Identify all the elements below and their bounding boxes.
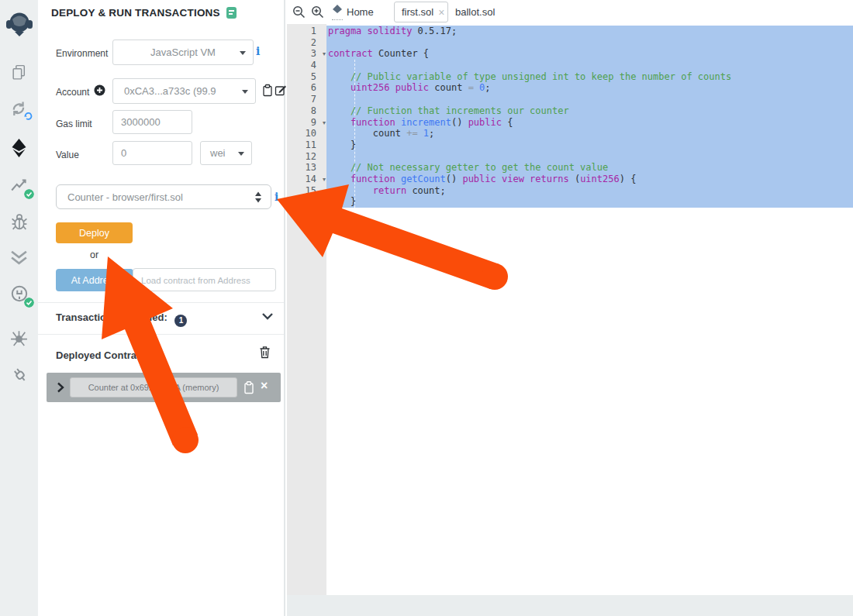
gas-limit-input[interactable] [112,110,192,134]
code-line[interactable]: contract Counter { [328,48,853,60]
tab-home[interactable]: Home [347,6,374,18]
zoom-out-icon[interactable] [292,5,306,19]
panel-title-text: DEPLOY & RUN TRANSACTIONS [51,7,220,19]
code-line[interactable]: // Public variable of type unsigned int … [328,71,853,83]
transactions-collapse-chevron-icon[interactable] [261,311,274,322]
code-line[interactable]: function increment() public { [328,117,853,129]
copy-deployed-address-icon[interactable] [243,380,255,394]
gutter-lines: 123▾456789▾1011121314▾1516 [287,26,326,208]
account-value: 0xCA3...a733c (99.9 [124,85,216,97]
chevron-down-icon [240,51,246,55]
value-unit-select[interactable]: wei [200,141,252,165]
code-line[interactable]: function getCount() public view returns … [328,174,853,185]
code-lines[interactable]: pragma solidity 0.5.17;contract Counter … [328,26,853,208]
contract-select-value: Counter - browser/first.sol [67,191,183,203]
code-line[interactable] [328,37,853,49]
deploy-run-panel: DEPLOY & RUN TRANSACTIONS Environment Ja… [38,0,285,616]
transactions-recorded-row: Transactions recorded: 1 [56,311,187,327]
gas-limit-label: Gas limit [56,119,92,129]
add-account-icon[interactable] [94,84,105,96]
fold-icon[interactable]: ▾ [323,49,326,60]
tab-ballot-sol[interactable]: ballot.sol [455,6,495,18]
line-number: 16 [287,196,326,208]
remove-deployed-icon[interactable]: × [261,379,268,393]
security-spider-icon[interactable] [0,329,38,346]
account-select[interactable]: 0xCA3...a733c (99.9 [112,78,256,104]
expand-contract-chevron-icon[interactable] [57,382,64,393]
connect-plug-icon[interactable] [0,364,38,384]
environment-select[interactable]: JavaScript VM [112,40,254,65]
remix-ide-window: DEPLOY & RUN TRANSACTIONS Environment Ja… [0,0,853,616]
value-input[interactable] [112,141,192,165]
panel-title: DEPLOY & RUN TRANSACTIONS [51,7,237,19]
close-tab-icon[interactable]: × [438,6,444,19]
doc-green-icon[interactable] [226,7,237,19]
solidity-compiler-icon[interactable] [0,98,38,119]
deploy-button[interactable]: Deploy [56,222,133,243]
remix-logo-icon[interactable] [0,10,38,40]
fold-icon[interactable]: ▾ [323,118,326,129]
static-analysis-icon[interactable] [0,175,38,195]
line-number: 4 [287,60,326,71]
compiler-sync-badge [23,111,33,121]
code-line[interactable]: } [328,139,853,151]
account-label: Account [56,87,89,98]
terminal-divider-strip[interactable] [287,595,853,616]
at-address-input[interactable] [133,268,276,291]
line-number: 10 [287,128,326,139]
debugger-icon[interactable] [0,212,38,231]
sort-updown-icon [254,191,262,203]
transactions-recorded-label: Transactions recorded: [56,311,167,323]
environment-value: JavaScript VM [150,46,216,58]
tab-first-sol[interactable]: first.sol × [394,2,448,22]
code-line[interactable]: count += 1; [328,128,853,139]
transactions-count-badge: 1 [174,315,187,327]
code-line[interactable] [328,60,853,71]
code-line[interactable]: // Function that increments our counter [328,105,853,117]
line-number: 3▾ [287,48,326,60]
code-line[interactable]: // Not necessary getter to get the count… [328,162,853,174]
analysis-check-badge [24,189,34,199]
line-number: 15 [287,185,326,197]
divider [38,302,284,303]
contract-select[interactable]: Counter - browser/first.sol [56,184,271,209]
value-label: Value [56,150,79,160]
code-line[interactable]: uint256 public count = 0; [328,82,853,94]
file-explorer-icon[interactable] [0,64,38,81]
or-label: or [56,249,133,260]
deployed-contract-title[interactable]: Counter at 0x692...77bA (memory) [70,377,237,397]
line-number: 7 [287,94,326,105]
copy-account-icon[interactable] [261,84,274,97]
icon-sidebar [0,0,38,616]
line-number: 6 [287,82,326,94]
fold-icon[interactable]: ▾ [323,174,326,186]
editor-tabbar: Home first.sol × ballot.sol [287,0,853,24]
chevron-down-icon [242,90,248,94]
line-number: 13 [287,162,326,174]
code-line[interactable]: } [328,196,853,208]
clear-deployed-trash-icon[interactable] [259,346,271,359]
plugin-manager-icon[interactable] [0,284,38,304]
zoom-in-icon[interactable] [311,5,324,19]
line-number: 5 [287,71,326,83]
deployed-contract-item: Counter at 0x692...77bA (memory) × [47,373,281,402]
tab-first-sol-label: first.sol [402,6,433,18]
code-line[interactable]: pragma solidity 0.5.17; [328,26,853,37]
code-line[interactable] [328,94,853,105]
environment-label: Environment [56,48,108,59]
line-number: 14▾ [287,174,326,185]
deployed-contracts-header: Deployed Contracts [56,349,151,361]
divider [38,334,284,335]
chevron-down-icon [238,152,244,156]
line-number: 2 [287,37,326,49]
contract-info-icon[interactable]: i [275,191,278,202]
at-address-button[interactable]: At Address [56,269,133,291]
code-line[interactable] [328,151,853,163]
unit-testing-icon[interactable] [0,249,38,267]
deploy-and-run-icon[interactable] [0,138,38,158]
edit-account-icon[interactable] [275,84,287,97]
code-line[interactable]: return count; [328,185,853,197]
home-tab-remix-icon [332,4,343,20]
line-number: 12 [287,151,326,163]
environment-info-icon[interactable]: i [256,46,260,57]
